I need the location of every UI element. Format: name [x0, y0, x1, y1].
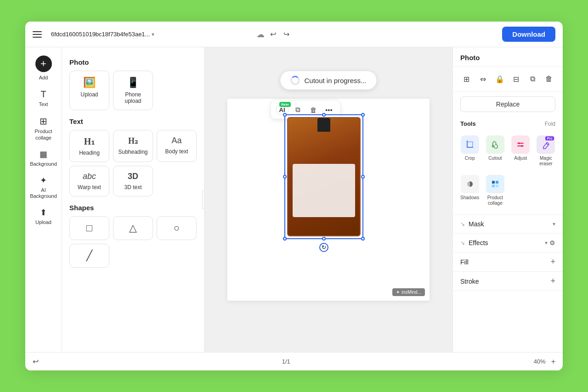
rotate-handle[interactable]: ↻ — [319, 243, 328, 252]
copy-element-button[interactable]: ⧉ — [290, 102, 305, 117]
add-icon[interactable]: + — [35, 56, 52, 72]
svg-rect-13 — [496, 185, 498, 187]
sidebar-item-text[interactable]: T Text — [28, 85, 59, 110]
tools-title-text: Tools — [460, 120, 476, 127]
triangle-item[interactable]: △ — [113, 216, 153, 240]
shadows-icon — [461, 175, 479, 193]
rectangle-icon: □ — [86, 222, 92, 234]
adjust-label: Adjust — [514, 156, 527, 161]
replace-button[interactable]: Replace — [460, 96, 555, 112]
pro-badge: Pro — [545, 136, 554, 140]
selection-handle-lm[interactable] — [283, 175, 287, 179]
redo-button[interactable]: ↪ — [282, 28, 291, 40]
rectangle-item[interactable]: □ — [69, 216, 109, 240]
canvas-area[interactable]: Cutout in progress... AI New ⧉ 🗑 ••• — [204, 47, 452, 352]
stroke-add-button[interactable]: + — [550, 276, 555, 286]
download-button[interactable]: Download — [502, 27, 555, 42]
selection-handle-rm[interactable] — [361, 175, 365, 179]
title-text: 6fdcd160051019bc18f73b4fe53ae1... — [51, 31, 150, 38]
text-section-title: Text — [69, 118, 197, 125]
magic-eraser-label: Magic eraser — [536, 156, 556, 167]
undo-button[interactable]: ↩ — [268, 28, 278, 40]
icon-sidebar: + Add T Text ⊞ Product collage ▦ Backgro… — [25, 47, 62, 352]
sidebar-item-product-collage[interactable]: ⊞ Product collage — [28, 112, 59, 143]
duplicate-button[interactable]: ⧉ — [525, 71, 540, 87]
magic-eraser-tool[interactable]: Pro Magic eraser — [535, 133, 557, 169]
product-image-wrapper[interactable] — [287, 117, 361, 236]
phone-upload-icon: 📱 — [127, 77, 139, 89]
stroke-row: Stroke + — [453, 272, 563, 291]
lock-button[interactable]: 🔒 — [492, 71, 508, 87]
circle-icon: ○ — [174, 222, 180, 234]
bottom-bar: ↩ 1/1 40% + — [25, 352, 563, 370]
sidebar-item-ai-background[interactable]: ✦ AI Background — [28, 172, 59, 202]
svg-rect-2 — [472, 141, 473, 148]
rp-tools-section-title: Tools Fold — [453, 117, 563, 130]
mask-header[interactable]: ↘ Mask ▾ — [453, 215, 563, 233]
ai-cutout-button[interactable]: AI New — [275, 102, 289, 117]
crop-tool[interactable]: Crop — [458, 133, 481, 169]
crop-icon — [461, 135, 479, 154]
add-button[interactable]: + Add — [28, 52, 59, 84]
sidebar-item-background[interactable]: ▦ Background — [28, 146, 59, 170]
effects-title: ↘ Effects — [460, 239, 488, 246]
product-label — [293, 164, 355, 217]
3d-text-item[interactable]: 3D 3D text — [113, 166, 153, 196]
upload-photo-item[interactable]: 🖼️ Upload — [69, 71, 109, 110]
float-toolbar: AI New ⧉ 🗑 ••• — [271, 101, 340, 119]
rp-tools-row: ⊞ ⇔ 🔒 ⊟ ⧉ 🗑 — [453, 67, 563, 92]
selection-handle-bl[interactable] — [283, 237, 287, 241]
delete-button[interactable]: 🗑 — [541, 71, 557, 87]
effects-collapse-arrow: ▾ — [545, 240, 548, 246]
line-item[interactable]: ╱ — [69, 244, 109, 268]
selection-handle-tr[interactable] — [361, 113, 365, 117]
zoom-level: 40% — [534, 358, 546, 365]
selection-handle-br[interactable] — [361, 237, 365, 241]
text-grid: H₁ Heading H₂ Subheading Aa Body text ab… — [69, 130, 197, 196]
effects-settings-button[interactable]: ⚙ — [549, 239, 555, 246]
heading-item[interactable]: H₁ Heading — [69, 130, 109, 162]
menu-button[interactable] — [33, 28, 45, 41]
sidebar-item-upload[interactable]: ⬆ Upload — [28, 204, 59, 228]
photo-grid: 🖼️ Upload 📱 Phone upload — [69, 71, 197, 110]
delete-element-button[interactable]: 🗑 — [306, 102, 321, 117]
insmind-text: insMind... — [401, 290, 421, 295]
svg-rect-12 — [492, 185, 495, 187]
body-text-item[interactable]: Aa Body text — [157, 130, 197, 162]
upload-photo-label: Upload — [80, 91, 98, 98]
cutout-label: Cutout — [488, 156, 502, 161]
align-button[interactable]: ⊟ — [508, 71, 524, 87]
fill-row: Fill + — [453, 252, 563, 272]
cutout-tool[interactable]: Cutout — [484, 133, 506, 169]
title-caret[interactable]: ▾ — [152, 31, 154, 38]
cloud-save-icon[interactable]: ☁ — [256, 29, 265, 39]
effects-header[interactable]: ↘ Effects ▾ ⚙ — [453, 234, 563, 252]
new-badge: New — [279, 102, 290, 107]
product-collage-tool[interactable]: Product collage — [484, 172, 506, 209]
heading-label: Heading — [79, 150, 100, 156]
fill-add-button[interactable]: + — [550, 257, 555, 267]
more-options-button[interactable]: ••• — [322, 102, 336, 117]
fill-label: Fill — [460, 258, 469, 266]
zoom-in-button[interactable]: + — [551, 358, 555, 366]
effects-label: Effects — [469, 239, 488, 246]
bottom-undo-button[interactable]: ↩ — [33, 357, 39, 366]
selection-handle-bm[interactable] — [322, 237, 326, 241]
layers-button[interactable]: ⊞ — [459, 71, 475, 87]
flip-button[interactable]: ⇔ — [475, 71, 491, 87]
mask-angle-icon: ↘ — [460, 221, 465, 227]
left-panel: Photo 🖼️ Upload 📱 Phone upload Text H₁ H… — [62, 47, 204, 352]
svg-point-7 — [518, 142, 520, 144]
phone-upload-item[interactable]: 📱 Phone upload — [113, 71, 153, 110]
effects-angle-icon: ↘ — [460, 240, 465, 246]
subheading-item[interactable]: H₂ Subheading — [113, 130, 153, 162]
circle-item[interactable]: ○ — [157, 216, 197, 240]
main-area: + Add T Text ⊞ Product collage ▦ Backgro… — [25, 47, 563, 352]
sidebar-collage-label: Product collage — [30, 129, 57, 140]
shadows-tool[interactable]: Shadows — [458, 172, 481, 209]
warp-text-item[interactable]: abc Warp text — [69, 166, 109, 196]
crop-label: Crop — [465, 156, 475, 161]
adjust-tool[interactable]: Adjust — [509, 133, 532, 169]
fold-link[interactable]: Fold — [545, 121, 555, 127]
phone-upload-label: Phone upload — [117, 91, 149, 104]
